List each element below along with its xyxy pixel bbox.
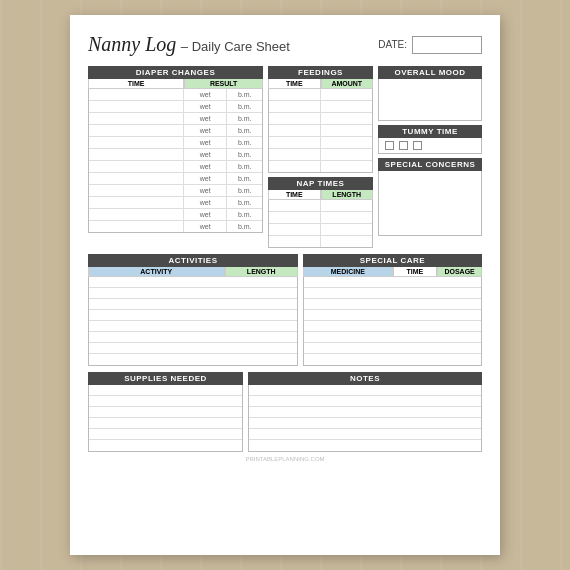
table-row [304,321,481,332]
table-row [89,440,242,451]
activities-col-headers: ACTIVITY LENGTH [88,267,298,277]
diaper-time-header: TIME [88,79,184,89]
table-row [269,149,372,161]
right-column: OVERALL MOOD TUMMY TIME SPECIAL CONCERNS [378,66,482,248]
middle-section: ACTIVITIES ACTIVITY LENGTH SPECIAL CARE … [88,254,482,366]
table-row [249,440,481,451]
table-row: wetb.m. [89,113,262,125]
table-row [89,354,297,365]
supplies-table [88,385,243,452]
header: Nanny Log – Daily Care Sheet DATE: [88,33,482,56]
nap-time-header: TIME [268,190,321,200]
table-row [89,310,297,321]
special-care-section: SPECIAL CARE MEDICINE TIME DOSAGE [303,254,482,366]
table-row [89,299,297,310]
feedings-amount-header: AMOUNT [321,79,374,89]
feedings-nap-section: FEEDINGS TIME AMOUNT NAP [268,66,373,248]
table-row [269,125,372,137]
table-row [89,396,242,407]
page-title: Nanny Log – Daily Care Sheet [88,33,290,56]
table-row [304,288,481,299]
table-row: wetb.m. [89,101,262,113]
mood-header: OVERALL MOOD [378,66,482,79]
table-row [304,277,481,288]
table-row [269,224,372,236]
nap-times-section: NAP TIMES TIME LENGTH [268,177,373,248]
tummy-header: TUMMY TIME [378,125,482,138]
table-row [304,299,481,310]
table-row [269,236,372,247]
table-row [89,429,242,440]
table-row [269,101,372,113]
table-row [249,396,481,407]
table-row [304,332,481,343]
medicine-col-header: MEDICINE [303,267,393,277]
table-row [269,137,372,149]
table-row [269,212,372,224]
tummy-checkbox-1[interactable] [385,141,394,150]
table-row: wetb.m. [89,173,262,185]
table-row [269,89,372,101]
nap-header: NAP TIMES [268,177,373,190]
tummy-checkbox-2[interactable] [399,141,408,150]
nap-col-headers: TIME LENGTH [268,190,373,200]
table-row [89,385,242,396]
date-input[interactable] [412,36,482,54]
table-row [89,407,242,418]
table-row [269,113,372,125]
bottom-section: SUPPLIES NEEDED NOTES [88,372,482,452]
table-row: wetb.m. [89,221,262,232]
table-row: wetb.m. [89,89,262,101]
title-sub: – Daily Care Sheet [181,39,290,54]
nap-table [268,200,373,248]
overall-mood-section: OVERALL MOOD [378,66,482,121]
table-row [304,310,481,321]
special-care-col-headers: MEDICINE TIME DOSAGE [303,267,482,277]
table-row: wetb.m. [89,149,262,161]
sc-time-col-header: TIME [393,267,438,277]
sc-dosage-col-header: DOSAGE [437,267,482,277]
nap-length-header: LENGTH [321,190,374,200]
page: Nanny Log – Daily Care Sheet DATE: DIAPE… [70,15,500,555]
tummy-content [378,138,482,154]
footer: PRINTABLEPLANNING.COM [88,456,482,462]
table-row [249,385,481,396]
top-section: DIAPER CHANGES TIME RESULT wetb.m. wetb.… [88,66,482,248]
tummy-time-section: TUMMY TIME [378,125,482,154]
special-care-table [303,277,482,366]
date-area: DATE: [378,36,482,54]
table-row [304,354,481,365]
table-row [269,161,372,172]
tummy-checkbox-3[interactable] [413,141,422,150]
table-row: wetb.m. [89,137,262,149]
diaper-result-header: RESULT [184,79,263,89]
notes-header: NOTES [248,372,482,385]
table-row: wetb.m. [89,161,262,173]
activities-header: ACTIVITIES [88,254,298,267]
table-row: wetb.m. [89,209,262,221]
special-concerns-content [378,171,482,236]
feedings-col-headers: TIME AMOUNT [268,79,373,89]
table-row [249,418,481,429]
special-concerns-header: SPECIAL CONCERNS [378,158,482,171]
activities-table [88,277,298,366]
special-concerns-section: SPECIAL CONCERNS [378,158,482,236]
mood-content [378,79,482,121]
feedings-header: FEEDINGS [268,66,373,79]
table-row [89,288,297,299]
table-row: wetb.m. [89,197,262,209]
table-row [89,332,297,343]
feedings-section: FEEDINGS TIME AMOUNT [268,66,373,173]
notes-table [248,385,482,452]
activity-col-header: ACTIVITY [88,267,225,277]
activities-section: ACTIVITIES ACTIVITY LENGTH [88,254,298,366]
activity-length-header: LENGTH [225,267,299,277]
table-row [249,407,481,418]
table-row [304,343,481,354]
diaper-changes-section: DIAPER CHANGES TIME RESULT wetb.m. wetb.… [88,66,263,248]
supplies-header: SUPPLIES NEEDED [88,372,243,385]
diaper-col-headers: TIME RESULT [88,79,263,89]
date-label: DATE: [378,39,407,50]
supplies-section: SUPPLIES NEEDED [88,372,243,452]
table-row [89,418,242,429]
